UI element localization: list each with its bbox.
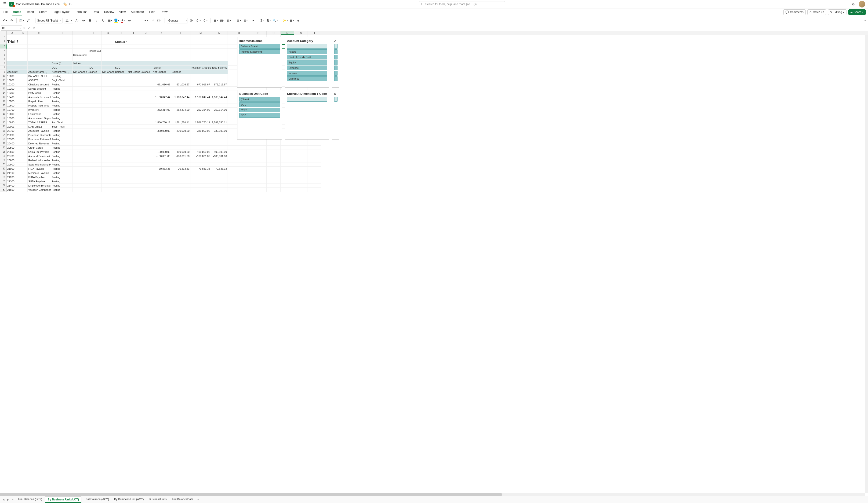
cell-P35[interactable] [250,179,267,183]
merge-button[interactable]: ⬚▾ [157,18,162,23]
cell-N19[interactable] [211,112,228,116]
slicer-income-balance[interactable]: Income/Balance Balance SheetIncome State… [237,37,282,88]
cell-G27[interactable] [102,145,114,150]
cell-E37[interactable] [73,188,87,192]
cell-N25[interactable] [211,137,228,141]
cell-F24[interactable] [87,133,102,137]
sheet-tab[interactable]: Trial Balance (ACY) [82,496,111,503]
cell-J29[interactable] [140,154,152,158]
cell-T28[interactable] [308,150,321,154]
cell-E34[interactable] [73,175,87,179]
cell-J17[interactable] [140,103,152,108]
row-header[interactable]: 31 [0,162,7,167]
cell-C7[interactable] [28,61,51,66]
cell-K7[interactable] [152,61,171,66]
cell-N32[interactable]: -70,833.33 [211,167,228,171]
cell-F29[interactable] [87,154,102,158]
column-header-M[interactable]: M [190,31,211,35]
cell-L7[interactable] [171,61,190,66]
cell-H14[interactable] [114,91,127,95]
cell-K34[interactable] [152,175,171,179]
cell-E1[interactable] [73,35,87,39]
cell-L20[interactable] [171,116,190,120]
cell-I30[interactable] [127,158,140,162]
cell-R33[interactable] [281,171,294,175]
cell-N18[interactable]: -252,314.00 [211,108,228,112]
cell-G2[interactable] [102,39,114,44]
cell-O28[interactable] [228,150,250,154]
cell-M35[interactable] [190,179,211,183]
cell-M6[interactable] [190,57,211,61]
cell-C23[interactable]: Accounts Payable [28,129,51,133]
cell-A22[interactable]: 20001 [7,124,18,129]
cell-C6[interactable] [28,57,51,61]
cell-G11[interactable] [102,78,114,82]
row-header[interactable]: 15 [0,95,7,99]
cell-G29[interactable] [102,154,114,158]
cell-J33[interactable] [140,171,152,175]
row-header[interactable]: 6 [0,57,7,61]
cell-I15[interactable] [127,95,140,99]
cell-K36[interactable] [152,183,171,188]
cell-I23[interactable] [127,129,140,133]
cell-E2[interactable] [73,39,87,44]
cell-O27[interactable] [228,145,250,150]
cell-C36[interactable]: Employee Benefits I [28,183,51,188]
sheet-tab[interactable]: By Business Unit (ACY) [112,496,146,503]
ribbon-tab-share[interactable]: Share [39,9,48,16]
cell-D18[interactable]: Posting [51,108,73,112]
cell-M21[interactable]: 1,586,750.11 [190,120,211,124]
cell-A6[interactable] [7,57,18,61]
column-header-B[interactable]: B [18,31,28,35]
cell-S36[interactable] [294,183,308,188]
apps-launcher-icon[interactable] [3,2,7,6]
cell-G19[interactable] [102,112,114,116]
cell-A20[interactable]: 10900 [7,116,18,120]
cell-C33[interactable]: Medicare Payable [28,171,51,175]
ribbon-tab-review[interactable]: Review [104,9,115,16]
cell-A4[interactable] [7,49,18,53]
cell-P26[interactable] [250,141,267,145]
cell-L12[interactable]: 671,016.67 [171,82,190,87]
slicer-account-category[interactable]: Account Category AssetsCost of Goods Sol… [285,37,329,88]
cell-B3[interactable] [18,44,28,49]
cell-O32[interactable] [228,167,250,171]
cell-H12[interactable] [114,82,127,87]
cell-N30[interactable] [211,158,228,162]
row-header[interactable]: 24 [0,133,7,137]
cell-R31[interactable] [281,162,294,167]
row-header[interactable]: 32 [0,167,7,171]
cell-R37[interactable] [281,188,294,192]
cell-B6[interactable] [18,57,28,61]
cell-R30[interactable] [281,158,294,162]
cell-R35[interactable] [281,179,294,183]
cell-M5[interactable] [190,53,211,57]
cell-J30[interactable] [140,158,152,162]
cell-E7[interactable]: Values [73,61,87,66]
cancel-formula-button[interactable]: ✕ [22,27,27,30]
cell-G28[interactable] [102,150,114,154]
cell-A7[interactable] [7,61,18,66]
cell-B30[interactable] [18,158,28,162]
slicer-shortcut-dim1[interactable]: Shortcut Dimension 1 Code [285,90,329,140]
cell-styles-button[interactable]: ▥▾ [226,18,231,23]
cell-G10[interactable] [102,74,114,78]
cell-L24[interactable] [171,133,190,137]
cell-H20[interactable] [114,116,127,120]
fill-color-button[interactable]: 🪣▾ [114,18,119,23]
row-header[interactable]: 8 [0,66,7,70]
cell-T36[interactable] [308,183,321,188]
cell-G14[interactable] [102,91,114,95]
cell-N6[interactable] [211,57,228,61]
cell-G16[interactable] [102,99,114,103]
cell-A18[interactable]: 10700 [7,108,18,112]
cell-M8[interactable]: Total Net Change [190,66,211,70]
cell-B32[interactable] [18,167,28,171]
row-header[interactable]: 29 [0,154,7,158]
cell-D23[interactable]: Posting [51,129,73,133]
sheet-tab[interactable]: By Business Unit (LCY) [45,496,81,503]
cell-D13[interactable]: Posting [51,87,73,91]
cell-T30[interactable] [308,158,321,162]
cell-L18[interactable]: -252,314.00 [171,108,190,112]
cell-N36[interactable] [211,183,228,188]
